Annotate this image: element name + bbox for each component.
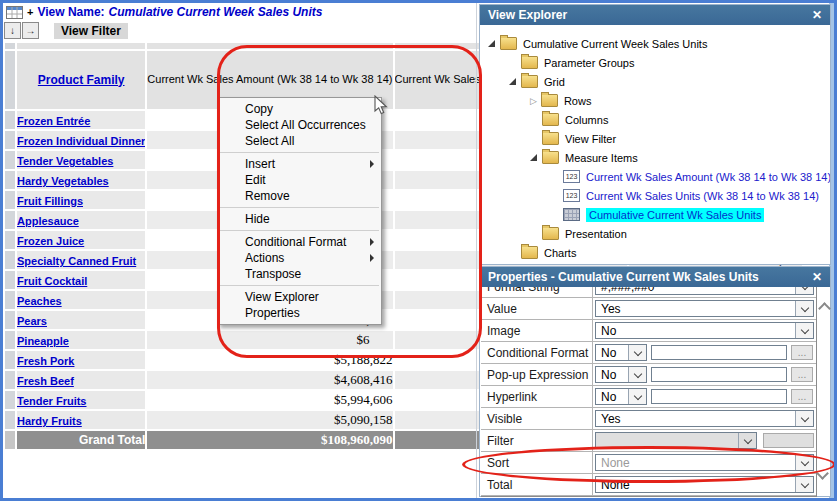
folder-icon (500, 37, 517, 50)
tree-item-label: Cumulative Current Wk Sales Units (586, 208, 764, 222)
product-family-link[interactable]: Fresh Beef (17, 375, 74, 387)
format-string-dropdown[interactable]: #,###,##0 (595, 287, 814, 295)
menu-item-copy[interactable]: Copy (218, 101, 381, 117)
menu-item-select-all-occurrences[interactable]: Select All Occurrences (218, 117, 381, 133)
tree-item-view-filter[interactable]: View Filter (530, 129, 616, 148)
sort-value: None (601, 456, 630, 470)
context-menu: CopySelect All OccurrencesSelect AllInse… (217, 97, 382, 325)
expand-plus-icon[interactable]: + (27, 6, 33, 18)
dropdown-button[interactable] (795, 287, 813, 294)
sort-down-button[interactable]: ↓ (4, 22, 21, 39)
menu-item-conditional-format[interactable]: Conditional Format (218, 234, 381, 250)
menu-item-view-explorer[interactable]: View Explorer (218, 289, 381, 305)
menu-item-remove[interactable]: Remove (218, 188, 381, 204)
tree-item-rows[interactable]: ▷Rows (530, 91, 591, 110)
format-string-value: #,###,##0 (601, 287, 654, 294)
pop-up-expression-more-button[interactable]: ... (791, 367, 813, 382)
dropdown-button[interactable] (795, 455, 813, 470)
pop-up-expression-dropdown[interactable]: No (595, 366, 647, 383)
conditional-format-input[interactable] (651, 345, 787, 360)
property-label: Sort (487, 456, 509, 470)
view-explorer-titlebar: View Explorer ✕ (480, 5, 830, 25)
tree-item-cumulative-current-week-sales-units[interactable]: Cumulative Current Week Sales Units (488, 34, 707, 53)
conditional-format-dropdown[interactable]: No (595, 344, 647, 361)
product-family-link[interactable]: Fruit Cocktail (17, 275, 87, 287)
menu-item-select-all[interactable]: Select All (218, 133, 381, 149)
total-dropdown[interactable]: None (595, 476, 814, 493)
dropdown-button[interactable] (738, 433, 756, 448)
menu-item-properties[interactable]: Properties (218, 305, 381, 321)
amount-cell[interactable]: $5,188,822 (147, 351, 392, 369)
collapse-icon[interactable] (509, 78, 516, 85)
product-family-link[interactable]: Frozen Juice (17, 235, 84, 247)
product-family-link[interactable]: Frozen Individual Dinner (17, 135, 145, 147)
tree-item-parameter-groups[interactable]: Parameter Groups (509, 53, 634, 72)
product-family-link[interactable]: Hardy Fruits (17, 415, 82, 427)
product-family-link[interactable]: Applesauce (17, 215, 79, 227)
dropdown-button[interactable] (628, 345, 646, 360)
scroll-down-icon[interactable] (816, 467, 829, 480)
menu-item-edit[interactable]: Edit (218, 172, 381, 188)
conditional-format-more-button[interactable]: ... (791, 345, 813, 360)
tree-item-charts[interactable]: Charts (509, 243, 576, 262)
tree-item-measure-items[interactable]: Measure Items (530, 148, 638, 167)
row-gutter-cell (5, 371, 15, 389)
product-family-link[interactable]: Hardy Vegetables (17, 175, 109, 187)
product-family-link[interactable]: Specialty Canned Fruit (17, 255, 136, 267)
dropdown-button[interactable] (628, 389, 646, 404)
expand-icon[interactable]: ▷ (530, 96, 537, 106)
hyperlink-dropdown[interactable]: No (595, 388, 647, 405)
tree-item-cumulative-current-wk-sales-units[interactable]: Cumulative Current Wk Sales Units (551, 205, 764, 224)
menu-item-transpose[interactable]: Transpose (218, 266, 381, 282)
tree-item-grid[interactable]: Grid (509, 72, 565, 91)
amount-cell[interactable]: $6 (147, 331, 392, 349)
product-family-link[interactable]: Fruit Fillings (17, 195, 83, 207)
dropdown-button[interactable] (795, 301, 813, 316)
collapse-icon[interactable] (488, 40, 495, 47)
collapse-icon[interactable] (530, 154, 537, 161)
tree-item-label: Current Wk Sales Amount (Wk 38 14 to Wk … (586, 171, 830, 183)
menu-item-actions[interactable]: Actions (218, 250, 381, 266)
visible-dropdown[interactable]: Yes (595, 410, 814, 427)
product-family-link[interactable]: Pears (17, 315, 47, 327)
amount-cell[interactable]: $5,994,606 (147, 391, 392, 409)
product-family-link[interactable]: Tender Vegetables (17, 155, 113, 167)
hyperlink-input[interactable] (651, 389, 787, 404)
value-dropdown[interactable]: Yes (595, 300, 814, 317)
scroll-up-icon[interactable] (818, 302, 831, 315)
product-family-header[interactable]: Product Family (17, 51, 145, 109)
dropdown-button[interactable] (795, 323, 813, 338)
pop-up-expression-input[interactable] (651, 367, 787, 382)
dropdown-button[interactable] (795, 477, 813, 492)
amount-cell[interactable]: $5,090,158 (147, 411, 392, 429)
product-family-header-link[interactable]: Product Family (38, 73, 125, 87)
tree-item-presentation[interactable]: Presentation (530, 224, 627, 243)
move-right-button[interactable]: → (22, 22, 39, 39)
hyperlink-more-button[interactable]: ... (791, 389, 813, 404)
row-gutter-cell (5, 391, 15, 409)
tree-item-current-wk-sales-amount-wk-38-14-to-wk-38-14[interactable]: 123Current Wk Sales Amount (Wk 38 14 to … (551, 167, 830, 186)
chevron-down-icon (800, 303, 808, 311)
filter-dropdown[interactable] (595, 432, 757, 449)
image-dropdown[interactable]: No (595, 322, 814, 339)
product-family-link[interactable]: Fresh Pork (17, 355, 74, 367)
dropdown-button[interactable] (795, 411, 813, 426)
sort-dropdown[interactable]: None (595, 454, 814, 471)
close-icon[interactable]: ✕ (812, 8, 822, 22)
chevron-down-icon (800, 479, 808, 487)
product-cell: Pears (17, 311, 145, 329)
menu-item-hide[interactable]: Hide (218, 211, 381, 227)
dropdown-button[interactable] (628, 367, 646, 382)
amount-cell[interactable]: $4,608,416 (147, 371, 392, 389)
product-family-link[interactable]: Peaches (17, 295, 62, 307)
product-family-link[interactable]: Pineapple (17, 335, 69, 347)
pane-divider[interactable] (476, 3, 477, 498)
view-name-label: View Name: (37, 5, 104, 19)
product-family-link[interactable]: Frozen Entrée (17, 115, 90, 127)
product-family-link[interactable]: Tender Fruits (17, 395, 86, 407)
menu-item-insert[interactable]: Insert (218, 156, 381, 172)
close-icon[interactable]: ✕ (812, 270, 822, 284)
tree-item-columns[interactable]: Columns (530, 110, 608, 129)
tree-item-current-wk-sales-units-wk-38-14-to-wk-38-14[interactable]: 123Current Wk Sales Units (Wk 38 14 to W… (551, 186, 819, 205)
grand-total-amount: $108,960,090 (147, 431, 392, 449)
